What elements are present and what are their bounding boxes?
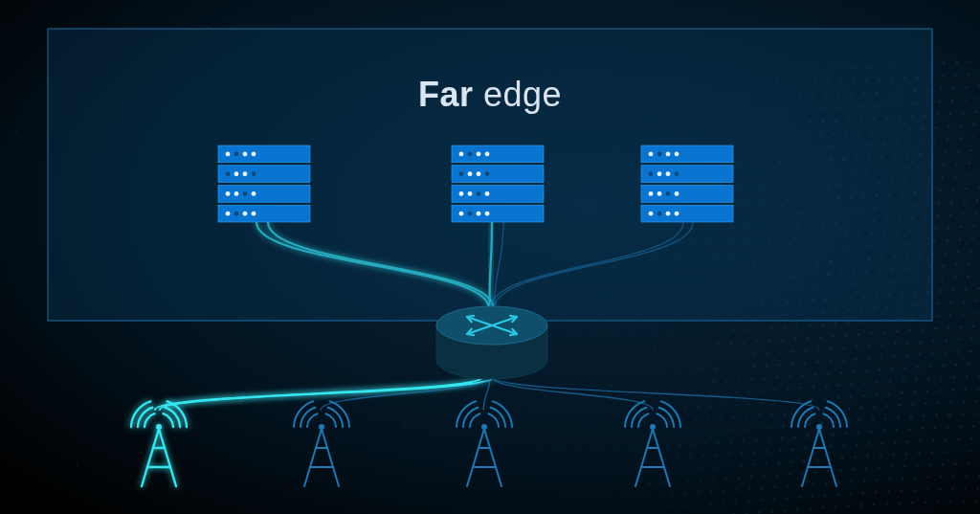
svg-point-1483 — [226, 171, 231, 176]
svg-point-1508 — [459, 191, 464, 196]
svg-point-1490 — [243, 191, 248, 196]
svg-point-1525 — [666, 171, 671, 176]
cell-tower-icon — [131, 401, 187, 486]
svg-point-1493 — [226, 212, 231, 216]
svg-point-1478 — [226, 151, 231, 156]
svg-point-1553 — [319, 424, 324, 430]
cell-tower-icon — [791, 401, 847, 486]
svg-point-1535 — [666, 212, 671, 216]
svg-point-1501 — [485, 151, 490, 156]
title-light: edge — [483, 75, 562, 114]
cell-tower-icon — [625, 401, 680, 486]
svg-point-1562 — [816, 424, 822, 430]
svg-point-1504 — [468, 171, 473, 176]
svg-point-1511 — [485, 191, 490, 196]
svg-point-1526 — [675, 171, 679, 176]
svg-point-1521 — [675, 151, 679, 156]
svg-point-1509 — [468, 191, 473, 196]
svg-point-1510 — [477, 191, 481, 196]
svg-point-1515 — [477, 212, 481, 216]
svg-point-1496 — [252, 212, 256, 216]
svg-point-1528 — [649, 191, 654, 196]
svg-point-1488 — [226, 191, 231, 196]
svg-point-1489 — [234, 191, 239, 196]
svg-point-1533 — [649, 212, 654, 216]
svg-rect-1497 — [452, 145, 544, 163]
svg-point-1524 — [657, 171, 662, 176]
svg-point-1500 — [477, 151, 481, 156]
svg-point-1550 — [156, 424, 162, 430]
svg-point-1536 — [675, 212, 679, 216]
svg-point-1491 — [252, 191, 256, 196]
svg-rect-1507 — [452, 186, 544, 203]
svg-point-1518 — [649, 151, 654, 156]
svg-point-1479 — [234, 151, 239, 156]
svg-point-1534 — [657, 212, 662, 216]
svg-rect-1512 — [452, 205, 544, 222]
svg-point-1519 — [657, 151, 662, 156]
svg-point-1520 — [666, 151, 671, 156]
svg-line-1541 — [510, 316, 517, 317]
diagram-title: Far edge — [0, 75, 980, 115]
svg-rect-1482 — [218, 166, 310, 183]
svg-point-1495 — [243, 212, 248, 216]
svg-rect-1517 — [641, 145, 733, 163]
svg-point-1498 — [459, 151, 464, 156]
router-icon — [436, 306, 547, 379]
svg-rect-1492 — [218, 205, 310, 222]
svg-line-1543 — [467, 334, 474, 335]
svg-point-1513 — [459, 212, 464, 216]
svg-point-1484 — [234, 171, 239, 176]
svg-point-1530 — [666, 191, 671, 196]
svg-point-1499 — [468, 151, 473, 156]
svg-point-1481 — [252, 151, 256, 156]
diagram-stage: Far edge — [0, 0, 980, 514]
svg-point-1505 — [477, 171, 481, 176]
svg-point-1480 — [243, 151, 248, 156]
svg-point-1559 — [650, 424, 656, 430]
svg-point-1529 — [657, 191, 662, 196]
cell-tower-icon — [294, 401, 349, 486]
svg-rect-1527 — [641, 186, 733, 203]
svg-point-1506 — [485, 171, 490, 176]
svg-point-1485 — [243, 171, 248, 176]
svg-rect-1477 — [218, 145, 310, 163]
svg-point-1514 — [468, 212, 473, 216]
svg-point-1494 — [234, 212, 239, 216]
svg-rect-1522 — [641, 166, 733, 183]
svg-point-1531 — [675, 191, 679, 196]
svg-point-1556 — [481, 424, 487, 430]
svg-rect-1532 — [641, 205, 733, 222]
cell-tower-icon — [457, 401, 512, 486]
svg-rect-1502 — [452, 166, 544, 183]
svg-point-1503 — [459, 171, 464, 176]
svg-point-1486 — [252, 171, 256, 176]
svg-rect-1487 — [218, 186, 310, 203]
title-bold: Far — [418, 75, 474, 114]
svg-point-1516 — [485, 212, 490, 216]
svg-point-1523 — [649, 171, 654, 176]
